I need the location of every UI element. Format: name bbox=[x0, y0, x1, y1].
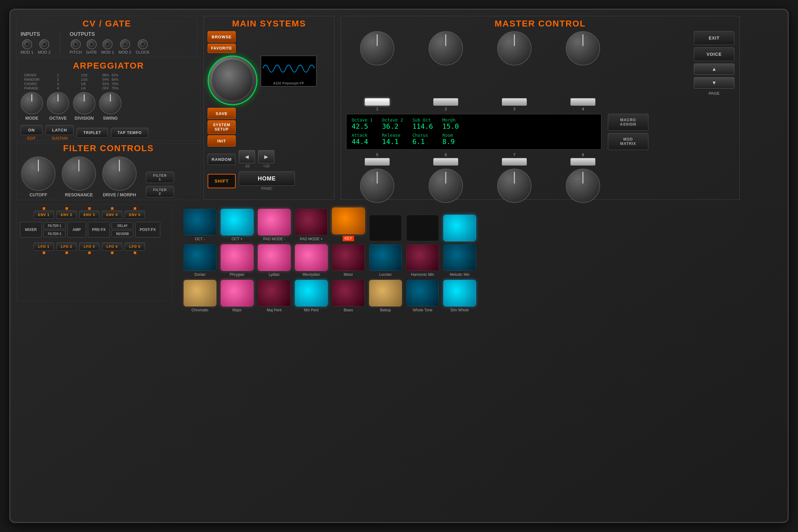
slot-btn-4[interactable] bbox=[570, 98, 595, 106]
empty-pad-1[interactable] bbox=[369, 215, 402, 241]
cyan-pad-r1[interactable] bbox=[443, 215, 476, 241]
env3-button[interactable]: ENV 3 bbox=[79, 211, 99, 219]
slot-btn-5[interactable] bbox=[365, 158, 390, 166]
lfo1-button[interactable]: LFO 1 bbox=[34, 243, 54, 251]
master-knob-3[interactable] bbox=[497, 31, 531, 65]
browse-button[interactable]: BROWSE bbox=[208, 31, 236, 42]
lfo4-button[interactable]: LFO 4 bbox=[102, 243, 122, 251]
arp-on-button[interactable]: ON bbox=[21, 125, 42, 135]
inputs-label: INPUTS bbox=[21, 31, 51, 37]
main-encoder[interactable] bbox=[208, 56, 258, 105]
cutoff-knob[interactable] bbox=[21, 156, 56, 191]
env2-button[interactable]: ENV 2 bbox=[56, 211, 77, 219]
slot-btn-6[interactable] bbox=[433, 158, 458, 166]
phrygian-pad[interactable] bbox=[221, 244, 253, 271]
system-setup-button[interactable]: SYSTEM SETUP bbox=[208, 120, 236, 134]
nav-right-button[interactable]: ► bbox=[258, 150, 274, 163]
oct-minus-label: OCT - bbox=[195, 237, 205, 241]
dim-whole-pad[interactable] bbox=[443, 280, 476, 306]
home-button[interactable]: HOME bbox=[239, 171, 295, 186]
clock-output-jack: CLOCK bbox=[136, 39, 150, 55]
lfo5-button[interactable]: LFO 5 bbox=[125, 243, 145, 251]
shift-button[interactable]: SHIFT bbox=[208, 174, 236, 188]
gate-output-jack: GATE bbox=[86, 39, 97, 55]
pitch-output-jack: PITCH bbox=[70, 39, 82, 55]
main-systems-section: MAIN SYSTEMS BROWSE FAVORITE bbox=[204, 16, 335, 200]
minor-label: Minor bbox=[343, 272, 353, 277]
env1-button[interactable]: ENV 1 bbox=[34, 211, 54, 219]
master-knob-6[interactable] bbox=[429, 169, 463, 203]
lfo2-button[interactable]: LFO 2 bbox=[56, 243, 77, 251]
filter2-button[interactable]: FILTER 2 bbox=[146, 186, 174, 197]
lfo3-button[interactable]: LFO 3 bbox=[79, 243, 99, 251]
init-button[interactable]: INIT bbox=[208, 135, 236, 147]
slot-label-6: 6 bbox=[444, 152, 447, 157]
pad-mode-minus-pad[interactable] bbox=[258, 209, 290, 235]
page-down-button[interactable]: ▼ bbox=[694, 77, 735, 89]
master-knob-5[interactable] bbox=[360, 169, 394, 203]
key-pad[interactable] bbox=[332, 208, 365, 234]
pad-mode-minus-label: PAD MODE - bbox=[263, 237, 285, 241]
env4-button[interactable]: ENV 4 bbox=[102, 211, 122, 219]
slot-label-8: 8 bbox=[582, 152, 584, 157]
major-pad[interactable] bbox=[221, 280, 253, 306]
pad-section: OCT - OCT + PAD MODE - PAD MODE + KEY bbox=[178, 205, 780, 307]
slot-btn-3[interactable] bbox=[502, 98, 527, 106]
oct-minus-pad[interactable] bbox=[184, 209, 216, 235]
chromatic-pad[interactable] bbox=[184, 280, 216, 306]
tap-tempo-button[interactable]: TAP TEMPO bbox=[111, 128, 148, 138]
favorite-button[interactable]: FAVORITE bbox=[208, 44, 236, 53]
whole-tone-pad[interactable] bbox=[406, 280, 439, 306]
slot-btn-7[interactable] bbox=[502, 158, 527, 166]
filter-controls-section: FILTER CONTROLS CUTOFF RESONANCE DRIVE /… bbox=[17, 140, 201, 200]
harmonic-min-pad[interactable] bbox=[406, 244, 439, 271]
master-knob-4[interactable] bbox=[566, 31, 600, 65]
maj-pent-pad[interactable] bbox=[258, 280, 290, 306]
mod1-output-jack: MOD 1 bbox=[101, 39, 114, 55]
division-label: DIVISION bbox=[75, 116, 94, 120]
bebop-pad[interactable] bbox=[369, 280, 402, 306]
locrian-pad[interactable] bbox=[369, 244, 402, 271]
exit-button[interactable]: EXIT bbox=[694, 31, 735, 45]
oct-plus-pad[interactable] bbox=[221, 209, 253, 235]
swing-knob[interactable] bbox=[99, 92, 121, 114]
pad-mode-plus-pad[interactable] bbox=[295, 209, 328, 235]
melodic-min-pad[interactable] bbox=[443, 244, 476, 271]
min-pent-pad[interactable] bbox=[295, 280, 328, 306]
drive-morph-knob[interactable] bbox=[102, 156, 136, 191]
master-knob-8[interactable] bbox=[566, 169, 600, 203]
resonance-knob[interactable] bbox=[62, 156, 96, 191]
random-button[interactable]: RANDOM bbox=[208, 154, 236, 165]
mod-matrix-button[interactable]: MOD MATRIX bbox=[608, 133, 648, 150]
slot-btn-8[interactable] bbox=[570, 158, 595, 166]
division-knob[interactable] bbox=[73, 92, 95, 114]
melodic-min-label: Melodic Min bbox=[450, 272, 470, 277]
lydian-pad[interactable] bbox=[258, 244, 290, 271]
voice-button[interactable]: VOICE bbox=[694, 48, 735, 61]
mode-label: MODE bbox=[25, 116, 38, 120]
macro-assign-button[interactable]: MACRO ASSIGN bbox=[608, 114, 648, 131]
save-button[interactable]: SAVE bbox=[208, 108, 236, 119]
filter1-button[interactable]: FILTER 1 bbox=[146, 172, 174, 183]
master-knob-1[interactable] bbox=[360, 31, 394, 65]
triplet-button[interactable]: TRIPLET bbox=[77, 128, 108, 138]
latch-button[interactable]: LATCH bbox=[45, 125, 74, 135]
patch-name: A102 Polymorph FP bbox=[263, 81, 315, 85]
octave-knob[interactable] bbox=[47, 92, 69, 114]
amp-box: AMP bbox=[67, 222, 86, 238]
minor-pad[interactable] bbox=[332, 244, 365, 271]
arpeggiator-section: ARPEGGIATOR ORDER RANDOM CHORD PHRASE MO… bbox=[17, 58, 201, 144]
slot-btn-1[interactable] bbox=[365, 98, 390, 106]
nav-left-button[interactable]: ◄ bbox=[239, 150, 255, 163]
slot-btn-2[interactable] bbox=[433, 98, 458, 106]
blues-pad[interactable] bbox=[332, 280, 365, 306]
dorian-pad[interactable] bbox=[184, 244, 216, 271]
mixolydian-pad[interactable] bbox=[295, 244, 328, 271]
env5-button[interactable]: ENV 5 bbox=[125, 211, 145, 219]
maj-pent-label: Maj Pent bbox=[267, 308, 282, 312]
master-knob-7[interactable] bbox=[497, 169, 531, 203]
master-knob-2[interactable] bbox=[429, 31, 463, 65]
page-up-button[interactable]: ▲ bbox=[694, 63, 735, 75]
mode-knob[interactable] bbox=[21, 92, 43, 114]
empty-pad-2[interactable] bbox=[406, 215, 439, 241]
